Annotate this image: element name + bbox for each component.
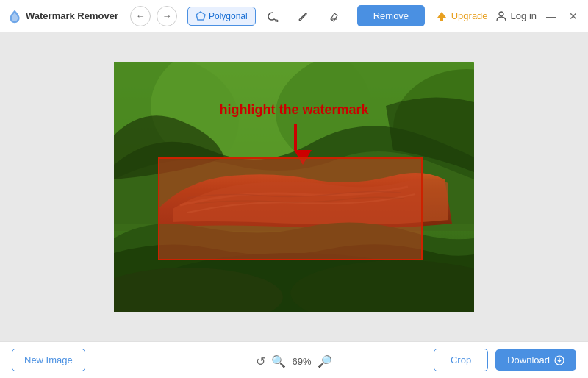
right-action-buttons: Crop Download	[434, 349, 576, 371]
zoom-in-icon[interactable]: 🔍	[271, 354, 286, 368]
zoom-out-icon[interactable]: 🔎	[318, 354, 332, 368]
lasso-tool-button[interactable]	[259, 6, 287, 26]
back-button[interactable]: ←	[130, 6, 151, 26]
landscape-image	[114, 62, 474, 312]
title-bar: Watermark Remover ← → Polygonal	[0, 0, 588, 32]
polygonal-tool-button[interactable]: Polygonal	[187, 7, 256, 26]
app-logo-icon	[7, 9, 22, 24]
minimize-button[interactable]: —	[544, 9, 559, 24]
zoom-level-display: 69%	[292, 356, 311, 367]
lasso-icon	[267, 10, 279, 22]
bottom-bar: New Image ↺ 🔍 69% 🔎 Crop Download	[0, 341, 588, 378]
app-title: Watermark Remover	[26, 10, 118, 21]
right-controls: Upgrade Log in — ✕	[436, 9, 581, 24]
forward-button[interactable]: →	[157, 6, 177, 26]
remove-button[interactable]: Remove	[357, 5, 425, 26]
zoom-fit-icon[interactable]: ↺	[256, 354, 265, 368]
brush-icon	[298, 10, 309, 22]
user-icon	[495, 10, 507, 22]
eraser-icon	[329, 10, 340, 22]
svg-point-2	[499, 12, 503, 16]
login-label: Log in	[511, 10, 537, 21]
zoom-controls: ↺ 🔍 69% 🔎	[256, 354, 331, 368]
crop-button[interactable]: Crop	[434, 349, 488, 371]
instruction-text: highlight the watermark	[219, 102, 368, 118]
close-button[interactable]: ✕	[566, 9, 581, 24]
new-image-button[interactable]: New Image	[12, 349, 85, 371]
arrow-line	[294, 124, 297, 150]
main-canvas-area: highlight the watermark	[0, 32, 588, 341]
download-label: Download	[507, 354, 550, 365]
login-button[interactable]: Log in	[495, 10, 537, 22]
tool-group: Polygonal	[187, 6, 348, 26]
image-container[interactable]: highlight the watermark	[114, 62, 474, 312]
polygon-icon	[196, 11, 206, 21]
app-logo-area: Watermark Remover	[7, 9, 118, 24]
download-icon	[554, 355, 564, 365]
download-button[interactable]: Download	[495, 349, 576, 371]
brush-tool-button[interactable]	[290, 6, 318, 26]
polygonal-tool-label: Polygonal	[209, 11, 248, 21]
upgrade-button[interactable]: Upgrade	[436, 10, 488, 22]
upgrade-icon	[436, 10, 448, 22]
upgrade-label: Upgrade	[451, 10, 488, 21]
eraser-tool-button[interactable]	[320, 6, 348, 26]
arrow-head	[294, 150, 312, 165]
